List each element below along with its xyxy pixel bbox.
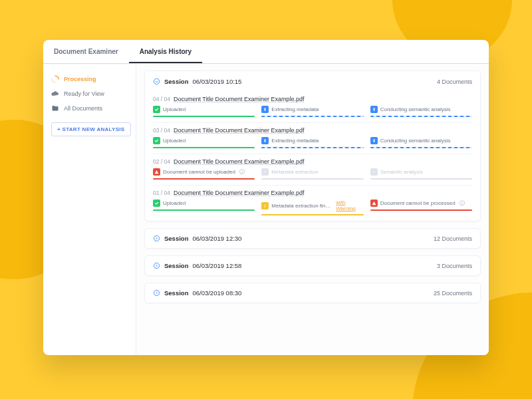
tab-analysis-history[interactable]: Analysis History: [129, 40, 202, 63]
svg-rect-1: [265, 108, 266, 111]
session-card-collapsed[interactable]: Session06/03/2019 12:583 Documents: [144, 255, 481, 276]
svg-point-0: [154, 78, 159, 84]
stage-label: Extracting metadata: [271, 106, 319, 112]
svg-rect-3: [265, 139, 266, 142]
session-timestamp: 06/03/2019 12:58: [192, 262, 241, 269]
chevron-right-icon: [153, 262, 160, 269]
stage-label: Metadata extraction finished: [271, 203, 331, 209]
status-badge: [370, 200, 378, 207]
stage-label: Document cannot be uploaded: [163, 169, 235, 175]
progress-bar: [153, 116, 255, 117]
svg-point-6: [373, 172, 374, 173]
document-row: 03 / 04Document Title Document Examiner …: [153, 122, 472, 148]
session-timestamp: 06/03/2019 12:30: [192, 235, 241, 242]
status-badge: [370, 137, 378, 144]
svg-point-7: [265, 206, 265, 207]
progress-bar: [261, 147, 363, 148]
spinner-icon: [51, 75, 59, 83]
session-count: 3 Documents: [437, 263, 472, 269]
stage-label: Uploaded: [163, 106, 186, 112]
stage: Document cannot be processedⓘ: [370, 200, 472, 215]
session-word: Session: [164, 289, 188, 297]
progress-bar: [261, 116, 363, 117]
sidebar-item-label: All Documents: [64, 105, 102, 112]
progress-bar: [370, 209, 472, 211]
stage-label: Conducting semantic analysis: [380, 138, 451, 144]
session-timestamp: 06/03/2019 08:30: [192, 289, 241, 297]
stage-label: Semantic analysis: [380, 169, 423, 175]
document-title[interactable]: Document Title Document Examiner Example…: [174, 127, 305, 134]
session-header[interactable]: Session 06/03/2019 10:15 4 Documents: [153, 78, 472, 85]
chevron-down-icon: [153, 78, 160, 85]
stage-label: Document cannot be processed: [380, 200, 456, 206]
session-timestamp: 06/03/2019 10:15: [192, 78, 241, 85]
progress-bar: [370, 178, 472, 180]
document-index: 02 / 04: [153, 158, 170, 165]
document-row: 01 / 04Document Title Document Examiner …: [153, 185, 472, 215]
stage: Conducting semantic analysis: [370, 106, 472, 117]
status-badge: [153, 106, 160, 113]
sidebar-item-all[interactable]: All Documents: [51, 101, 136, 116]
status-badge: [261, 168, 269, 176]
sidebar-item-ready[interactable]: Ready for View: [51, 86, 136, 101]
stage: Uploaded: [153, 137, 255, 148]
document-index: 04 / 04: [153, 96, 170, 102]
session-card-collapsed[interactable]: Session06/03/2019 12:3012 Documents: [144, 228, 481, 249]
stage-label: Uploaded: [163, 200, 186, 206]
document-row: 02 / 04Document Title Document Examiner …: [153, 154, 472, 180]
main-pane: Session 06/03/2019 10:15 4 Documents 04 …: [136, 64, 489, 355]
svg-rect-4: [373, 139, 374, 142]
stage-label: Metadata extraction: [271, 169, 318, 175]
sidebar-item-processing[interactable]: Processing: [51, 72, 136, 86]
sidebar-item-label: Processing: [64, 76, 96, 82]
progress-bar: [153, 178, 255, 180]
svg-point-10: [154, 290, 159, 295]
status-badge: [153, 137, 160, 144]
stage-label: Extracting metadata: [271, 138, 319, 144]
stage: Extracting metadata: [261, 106, 363, 117]
progress-bar: [261, 214, 363, 215]
svg-rect-2: [373, 108, 374, 111]
stage: Metadata extraction finishedwith Warning: [261, 200, 363, 215]
stage-label: Conducting semantic analysis: [380, 106, 451, 112]
info-icon[interactable]: ⓘ: [460, 200, 465, 207]
document-title[interactable]: Document Title Document Examiner Example…: [174, 158, 305, 165]
app-card: Document Examiner Analysis History Proce…: [43, 40, 489, 355]
stage: Extracting metadata: [261, 137, 363, 148]
stage: Metadata extraction: [261, 168, 363, 180]
session-word: Session: [164, 78, 188, 85]
chevron-right-icon: [153, 235, 160, 242]
session-card-collapsed[interactable]: Session06/03/2019 08:3025 Documents: [144, 283, 481, 303]
folder-icon: [51, 104, 59, 112]
stage: Conducting semantic analysis: [370, 137, 472, 148]
sidebar-item-label: Ready for View: [64, 90, 104, 97]
progress-bar: [261, 178, 363, 180]
status-badge: [370, 168, 378, 176]
svg-point-5: [265, 172, 266, 173]
start-analysis-button[interactable]: + START NEW ANALYSIS: [51, 122, 131, 136]
status-badge: [153, 200, 160, 207]
tab-bar: Document Examiner Analysis History: [43, 40, 489, 64]
svg-point-8: [154, 235, 159, 241]
stage: Semantic analysis: [370, 168, 472, 180]
progress-bar: [153, 209, 255, 211]
chevron-right-icon: [153, 289, 160, 297]
document-row: 04 / 04Document Title Document Examiner …: [153, 92, 472, 117]
status-badge: [153, 168, 160, 176]
tab-document-examiner[interactable]: Document Examiner: [43, 40, 129, 63]
session-count: 12 Documents: [434, 235, 472, 242]
session-count: 25 Documents: [434, 290, 472, 297]
svg-point-9: [154, 263, 159, 268]
stage: Uploaded: [153, 200, 255, 215]
info-icon[interactable]: ⓘ: [239, 168, 245, 176]
document-title[interactable]: Document Title Document Examiner Example…: [174, 96, 305, 102]
cloud-icon: [51, 90, 59, 98]
progress-bar: [370, 116, 472, 117]
progress-bar: [153, 147, 255, 148]
status-badge: [261, 202, 269, 209]
stage-label: Uploaded: [163, 138, 186, 144]
warning-link[interactable]: with Warning: [336, 200, 363, 211]
session-count: 4 Documents: [437, 78, 472, 85]
session-word: Session: [164, 235, 188, 242]
document-title[interactable]: Document Title Document Examiner Example…: [174, 190, 305, 196]
